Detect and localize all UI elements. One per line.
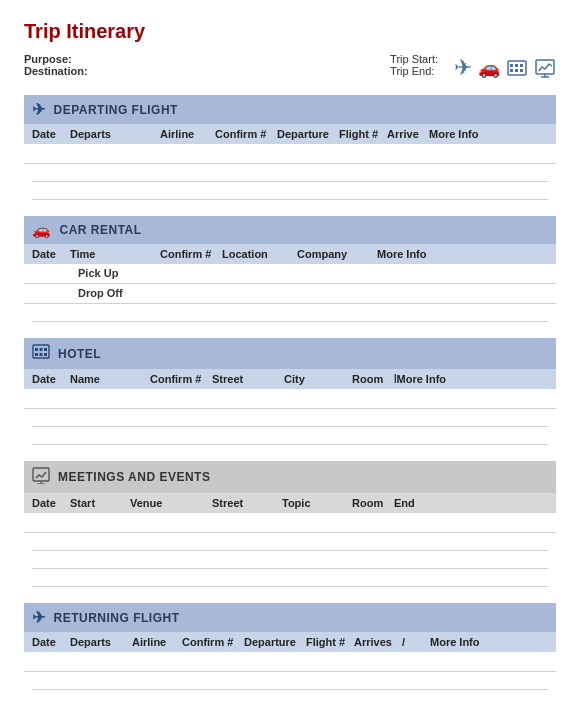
svg-rect-4 — [510, 69, 513, 72]
m-row-1[interactable] — [24, 513, 556, 533]
df-row-1[interactable] — [24, 144, 556, 164]
car-rental-header: 🚗 CAR RENTAL — [24, 216, 556, 244]
plane-icon: ✈ — [454, 55, 472, 81]
df-empty-row-1 — [32, 164, 548, 182]
df-col-date: Date — [32, 128, 70, 140]
svg-rect-1 — [510, 64, 513, 67]
svg-rect-5 — [515, 69, 518, 72]
cr-col-company: Company — [297, 248, 377, 260]
svg-rect-17 — [33, 468, 49, 481]
returning-plane-icon: ✈ — [32, 608, 46, 627]
meetings-section: MEETINGS AND EVENTS Date Start Venue Str… — [24, 461, 556, 587]
m-col-start: Start — [70, 497, 130, 509]
trip-info-left: Purpose: Destination: — [24, 53, 88, 77]
page-title: Trip Itinerary — [24, 20, 556, 43]
h-col-date: Date — [32, 373, 70, 385]
cr-col-confirm: Confirm # — [160, 248, 222, 260]
rf-empty-row-2 — [32, 690, 548, 705]
df-col-flight: Flight # — [339, 128, 387, 140]
departing-flight-columns: Date Departs Airline Confirm # Departure… — [24, 124, 556, 144]
svg-rect-10 — [33, 345, 49, 358]
m-col-room: Room — [352, 497, 394, 509]
h-col-name: Name — [70, 373, 150, 385]
h-col-city: City — [284, 373, 352, 385]
cr-col-location: Location — [222, 248, 297, 260]
car-rental-icon: 🚗 — [32, 221, 52, 239]
destination-label: Destination: — [24, 65, 88, 77]
svg-rect-13 — [44, 348, 47, 351]
svg-rect-12 — [40, 348, 43, 351]
m-col-end: End — [394, 497, 440, 509]
svg-rect-14 — [35, 353, 38, 356]
cr-col-time: Time — [70, 248, 160, 260]
df-empty-row-2 — [32, 182, 548, 200]
m-empty-row-1 — [32, 533, 548, 551]
rf-col-airline: Airline — [132, 636, 182, 648]
df-col-arrive: Arrive — [387, 128, 429, 140]
rf-col-departs: Departs — [70, 636, 132, 648]
departing-flight-header: ✈ DEPARTING FLIGHT — [24, 95, 556, 124]
df-col-moreinfo: More Info — [429, 128, 485, 140]
meetings-columns: Date Start Venue Street Topic Room End — [24, 493, 556, 513]
hotel-title: HOTEL — [58, 347, 101, 361]
cr-col-date: Date — [32, 248, 70, 260]
purpose-label: Purpose: — [24, 53, 72, 65]
rf-empty-row-1 — [32, 672, 548, 690]
rf-col-flight: Flight # — [306, 636, 354, 648]
car-rental-columns: Date Time Confirm # Location Company Mor… — [24, 244, 556, 264]
cr-dropoff-row[interactable]: Drop Off — [24, 284, 556, 304]
cr-pickup-row[interactable]: Pick Up — [24, 264, 556, 284]
m-empty-row-3 — [32, 569, 548, 587]
df-col-confirm: Confirm # — [215, 128, 277, 140]
departing-plane-icon: ✈ — [32, 100, 46, 119]
h-row-1[interactable] — [24, 389, 556, 409]
returning-flight-section: ✈ RETURNING FLIGHT Date Departs Airline … — [24, 603, 556, 705]
hotel-section-icon — [32, 343, 50, 364]
h-col-moreinfo: More Info — [397, 373, 453, 385]
rf-col-moreinfo: More Info — [430, 636, 480, 648]
df-col-departs: Departs — [70, 128, 160, 140]
cr-empty-row — [32, 304, 548, 322]
h-col-room: Room — [352, 373, 392, 385]
svg-rect-15 — [40, 353, 43, 356]
m-col-venue: Venue — [130, 497, 212, 509]
svg-rect-7 — [536, 60, 554, 74]
hotel-header: HOTEL — [24, 338, 556, 369]
svg-rect-2 — [515, 64, 518, 67]
df-col-departure: Departure — [277, 128, 339, 140]
h-empty-row-2 — [32, 427, 548, 445]
hotel-icon — [506, 55, 528, 81]
meetings-icon — [32, 466, 50, 488]
h-empty-row-1 — [32, 409, 548, 427]
trip-end-label: Trip End: — [390, 65, 434, 77]
meetings-header: MEETINGS AND EVENTS — [24, 461, 556, 493]
svg-rect-6 — [520, 69, 523, 72]
meetings-title: MEETINGS AND EVENTS — [58, 470, 210, 484]
svg-rect-0 — [508, 61, 526, 75]
departing-flight-section: ✈ DEPARTING FLIGHT Date Departs Airline … — [24, 95, 556, 200]
df-col-airline: Airline — [160, 128, 215, 140]
cr-col-moreinfo: More Info — [377, 248, 433, 260]
car-icon: 🚗 — [478, 55, 500, 81]
departing-flight-title: DEPARTING FLIGHT — [54, 103, 178, 117]
chart-icon — [534, 55, 556, 81]
rf-col-arrives: Arrives — [354, 636, 402, 648]
h-col-street: Street — [212, 373, 284, 385]
car-rental-section: 🚗 CAR RENTAL Date Time Confirm # Locatio… — [24, 216, 556, 322]
m-col-topic: Topic — [282, 497, 352, 509]
svg-rect-11 — [35, 348, 38, 351]
hotel-columns: Date Name Confirm # Street City Room | M… — [24, 369, 556, 389]
car-rental-title: CAR RENTAL — [60, 223, 142, 237]
rf-col-departure: Departure — [244, 636, 306, 648]
returning-flight-header: ✈ RETURNING FLIGHT — [24, 603, 556, 632]
returning-flight-columns: Date Departs Airline Confirm # Departure… — [24, 632, 556, 652]
rf-col-confirm: Confirm # — [182, 636, 244, 648]
m-empty-row-2 — [32, 551, 548, 569]
trip-type-icons: ✈ 🚗 — [454, 55, 556, 81]
svg-rect-16 — [44, 353, 47, 356]
rf-row-1[interactable] — [24, 652, 556, 672]
rf-col-more: / — [402, 636, 430, 648]
rf-col-date: Date — [32, 636, 70, 648]
hotel-section: HOTEL Date Name Confirm # Street City Ro… — [24, 338, 556, 445]
svg-rect-3 — [520, 64, 523, 67]
